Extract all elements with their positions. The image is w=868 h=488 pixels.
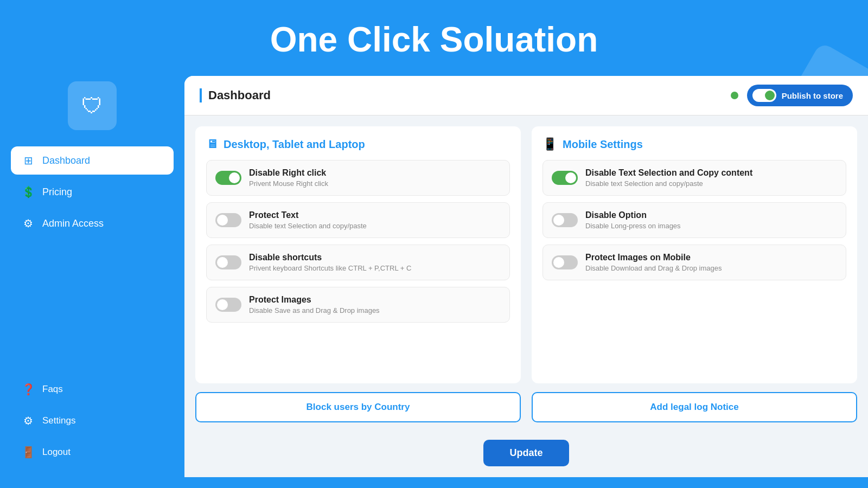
toggle-disable-shortcuts[interactable] xyxy=(215,255,241,269)
main-layout: 🛡 ⊞ Dashboard 💲 Pricing ⚙ Admin Access ❓… xyxy=(0,76,868,477)
sidebar-item-admin-access[interactable]: ⚙ Admin Access xyxy=(11,209,174,237)
sidebar-label-settings: Settings xyxy=(42,415,75,426)
toggle-item-disable-text-selection: Disable Text Selection and Copy content … xyxy=(542,160,846,196)
mobile-panel-title: 📱 Mobile Settings xyxy=(542,137,846,151)
status-dot xyxy=(731,92,738,99)
mobile-icon: 📱 xyxy=(542,137,557,151)
toggle-disable-text-selection[interactable] xyxy=(552,171,578,185)
toggle-text-disable-right-click: Disable Right click Privent Mouse Right … xyxy=(249,168,328,188)
toggle-text-disable-shortcuts: Disable shortcuts Privent keyboard Short… xyxy=(249,253,411,272)
nav-bottom: ❓ Faqs ⚙ Settings 🚪 Logout xyxy=(0,375,184,477)
nav-menu: ⊞ Dashboard 💲 Pricing ⚙ Admin Access xyxy=(0,146,184,237)
sidebar-item-settings[interactable]: ⚙ Settings xyxy=(11,407,174,435)
update-button[interactable]: Update xyxy=(483,440,569,466)
logo-icon: 🛡 xyxy=(81,94,103,118)
dashboard-right: Publish to store xyxy=(731,85,853,106)
sidebar-label-admin: Admin Access xyxy=(42,218,104,229)
toggle-text-disable-option: Disable Option Disable Long-press on ima… xyxy=(585,210,681,230)
settings-icon: ⚙ xyxy=(22,414,35,427)
logo-box: 🛡 xyxy=(68,81,117,130)
sidebar-item-pricing[interactable]: 💲 Pricing xyxy=(11,178,174,206)
toggle-item-disable-option: Disable Option Disable Long-press on ima… xyxy=(542,202,846,238)
toggle-text-protect-text: Protect Text Disable text Selection and … xyxy=(249,210,367,230)
toggle-protect-images-mobile[interactable] xyxy=(552,255,578,269)
toggle-protect-text[interactable] xyxy=(215,213,241,227)
add-legal-button[interactable]: Add legal log Notice xyxy=(532,392,857,422)
toggle-protect-images[interactable] xyxy=(215,298,241,312)
toggle-item-disable-right-click: Disable Right click Privent Mouse Right … xyxy=(206,160,510,196)
block-users-button[interactable]: Block users by Country xyxy=(195,392,521,422)
sidebar-item-faqs[interactable]: ❓ Faqs xyxy=(11,375,174,403)
logout-icon: 🚪 xyxy=(22,446,35,459)
sidebar-item-dashboard[interactable]: ⊞ Dashboard xyxy=(11,146,174,175)
update-row: Update xyxy=(184,431,868,477)
dashboard-bar: Dashboard Publish to store xyxy=(184,76,868,115)
toggle-item-protect-images-mobile: Protect Images on Mobile Disable Downloa… xyxy=(542,245,846,280)
bottom-buttons: Block users by Country Add legal log Not… xyxy=(184,383,868,431)
toggle-disable-option[interactable] xyxy=(552,213,578,227)
content-area: Dashboard Publish to store 🖥 Desktop, Ta… xyxy=(184,76,868,477)
publish-toggle-switch xyxy=(752,89,776,102)
desktop-icon: 🖥 xyxy=(206,137,218,151)
dashboard-icon: ⊞ xyxy=(22,154,35,167)
sidebar-label-dashboard: Dashboard xyxy=(42,155,90,166)
desktop-panel: 🖥 Desktop, Tablet and Laptop Disable Rig… xyxy=(195,126,521,383)
pricing-icon: 💲 xyxy=(22,185,35,198)
publish-label: Publish to store xyxy=(782,91,843,100)
toggle-text-disable-text-selection: Disable Text Selection and Copy content … xyxy=(585,168,752,188)
faqs-icon: ❓ xyxy=(22,383,35,396)
publish-toggle-button[interactable]: Publish to store xyxy=(747,85,853,106)
toggle-text-protect-images: Protect Images Disable Save as and Drag … xyxy=(249,295,380,314)
sidebar-label-faqs: Faqs xyxy=(42,384,63,395)
panels-row: 🖥 Desktop, Tablet and Laptop Disable Rig… xyxy=(184,115,868,383)
mobile-panel: 📱 Mobile Settings Disable Text Selection… xyxy=(532,126,857,383)
page-title: One Click Soluation xyxy=(0,0,868,76)
toggle-text-protect-images-mobile: Protect Images on Mobile Disable Downloa… xyxy=(585,253,722,272)
toggle-item-protect-images: Protect Images Disable Save as and Drag … xyxy=(206,287,510,323)
sidebar: 🛡 ⊞ Dashboard 💲 Pricing ⚙ Admin Access ❓… xyxy=(0,76,184,477)
sidebar-label-pricing: Pricing xyxy=(42,187,72,198)
toggle-item-protect-text: Protect Text Disable text Selection and … xyxy=(206,202,510,238)
toggle-item-disable-shortcuts: Disable shortcuts Privent keyboard Short… xyxy=(206,245,510,280)
dashboard-title: Dashboard xyxy=(200,88,271,102)
toggle-disable-right-click[interactable] xyxy=(215,171,241,185)
sidebar-item-logout[interactable]: 🚪 Logout xyxy=(11,438,174,466)
admin-icon: ⚙ xyxy=(22,217,35,230)
desktop-panel-title: 🖥 Desktop, Tablet and Laptop xyxy=(206,137,510,151)
sidebar-label-logout: Logout xyxy=(42,447,71,458)
